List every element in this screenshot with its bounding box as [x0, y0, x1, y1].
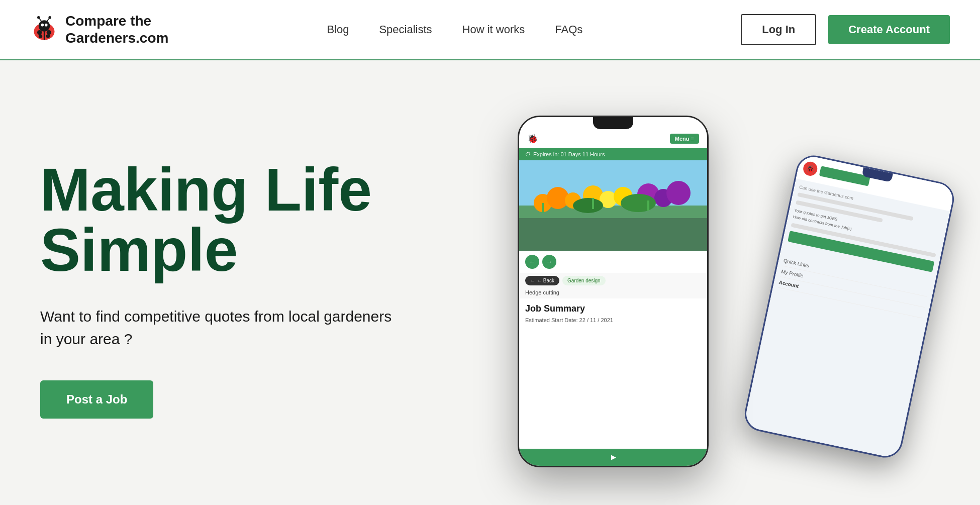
expires-text: Expires in: 01 Days 11 Hours	[533, 151, 605, 157]
svg-point-5	[39, 34, 42, 38]
nav-specialists[interactable]: Specialists	[379, 23, 432, 36]
arrow-left-button[interactable]: ←	[525, 255, 539, 269]
phone-logo-area: 🐞	[527, 133, 538, 144]
logo[interactable]: Compare the Gardeners.com	[30, 13, 168, 46]
svg-rect-29	[647, 200, 649, 211]
back-tag-label: ← Back	[537, 278, 554, 283]
hedge-cutting-text: Hedge cutting	[519, 288, 707, 298]
phone-job-summary: Job Summary Estimated Start Date: 22 / 1…	[519, 298, 707, 449]
hero-subtitle: Want to find competitive quotes from loc…	[40, 305, 392, 350]
svg-point-6	[46, 34, 50, 38]
phone-ladybug-icon: 🐞	[527, 133, 538, 144]
svg-point-3	[37, 30, 42, 35]
main-nav: Blog Specialists How it works FAQs	[327, 23, 582, 36]
garden-design-tag[interactable]: Garden design	[562, 276, 606, 285]
nav-faqs[interactable]: FAQs	[555, 23, 582, 36]
hero-title: Making Life Simple	[40, 159, 392, 280]
phone-tags: ← ← Back Garden design	[519, 273, 707, 288]
svg-point-26	[621, 194, 656, 212]
phone-garden-image	[519, 160, 707, 251]
phone-bottom-button[interactable]: ▶	[519, 449, 707, 466]
hero-section: Making Life Simple Want to find competit…	[0, 60, 980, 505]
svg-point-24	[666, 181, 691, 205]
arrow-right-button[interactable]: →	[542, 255, 556, 269]
logo-text: Compare the Gardeners.com	[65, 13, 168, 46]
svg-point-12	[48, 16, 51, 19]
svg-point-11	[37, 16, 40, 19]
hero-content: Making Life Simple Want to find competit…	[40, 159, 392, 419]
svg-point-25	[573, 198, 603, 213]
clock-icon: ⏱	[525, 151, 531, 157]
back-tag[interactable]: ← ← Back	[525, 276, 559, 285]
svg-rect-28	[592, 198, 594, 209]
ladybug-icon	[30, 16, 58, 44]
phone-back-screen: 🐞 Can use the Gardenus.com Your quotes t…	[743, 154, 955, 459]
phone-front: 🐞 Menu ≡ ⏱ Expires in: 01 Days 11 Hours	[518, 116, 709, 467]
phone-nav-arrows: ← →	[519, 251, 707, 273]
svg-point-7	[41, 24, 44, 27]
phone-expires-bar: ⏱ Expires in: 01 Days 11 Hours	[519, 148, 707, 160]
phone-screen: 🐞 Menu ≡ ⏱ Expires in: 01 Days 11 Hours	[519, 117, 707, 466]
job-summary-heading: Job Summary	[525, 304, 701, 314]
create-account-button[interactable]: Create Account	[828, 15, 950, 44]
svg-point-4	[47, 30, 51, 35]
login-button[interactable]: Log In	[741, 14, 816, 45]
phones-mockup: 🐞 Can use the Gardenus.com Your quotes t…	[487, 100, 940, 477]
post-job-button[interactable]: Post a Job	[40, 380, 153, 419]
site-header: Compare the Gardeners.com Blog Specialis…	[0, 0, 980, 60]
svg-point-8	[45, 24, 48, 27]
phone-notch	[593, 117, 633, 129]
nav-how-it-works[interactable]: How it works	[462, 23, 525, 36]
nav-actions: Log In Create Account	[741, 14, 950, 45]
svg-rect-27	[542, 203, 544, 213]
phone-back-logo: 🐞	[802, 160, 819, 177]
phone-back: 🐞 Can use the Gardenus.com Your quotes t…	[741, 152, 957, 461]
nav-blog[interactable]: Blog	[327, 23, 349, 36]
job-start-date: Estimated Start Date: 22 / 11 / 2021	[525, 317, 701, 323]
phone-menu-button[interactable]: Menu ≡	[670, 134, 699, 144]
back-arrow-icon: ←	[530, 278, 535, 283]
garden-placeholder	[519, 160, 707, 251]
